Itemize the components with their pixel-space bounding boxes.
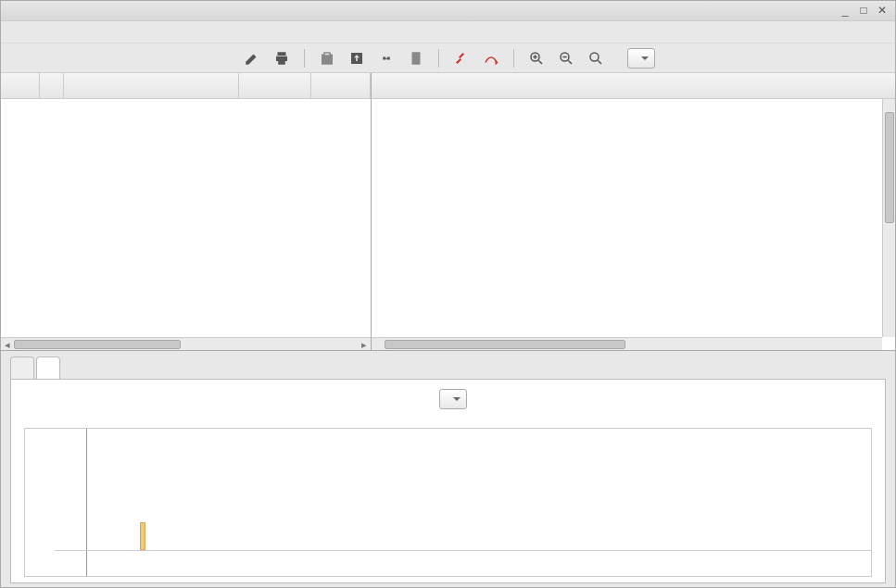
dates-combo[interactable] bbox=[627, 48, 655, 69]
link-icon[interactable] bbox=[375, 47, 398, 69]
grid-h-scrollbar[interactable]: ◂▸ bbox=[1, 337, 371, 350]
gantt-chart bbox=[372, 73, 895, 350]
tab-workload[interactable] bbox=[36, 357, 60, 379]
zoom-out-icon[interactable] bbox=[555, 47, 577, 69]
toolbar bbox=[1, 44, 895, 73]
svg-point-2 bbox=[590, 53, 599, 61]
col-resources[interactable] bbox=[239, 73, 311, 98]
close-button[interactable]: ✕ bbox=[875, 3, 890, 18]
gantt-v-scrollbar[interactable] bbox=[882, 99, 895, 337]
menubar bbox=[1, 21, 895, 44]
resource-combo[interactable] bbox=[439, 389, 467, 409]
zoom-in-icon[interactable] bbox=[525, 47, 548, 69]
col-number[interactable] bbox=[1, 73, 40, 98]
titlebar: _ □ ✕ bbox=[1, 1, 895, 21]
gantt-h-scrollbar[interactable] bbox=[372, 337, 882, 350]
import-icon[interactable] bbox=[346, 47, 368, 69]
edit-icon[interactable] bbox=[241, 47, 263, 69]
tab-schedule[interactable] bbox=[10, 357, 34, 379]
clipboard-icon[interactable] bbox=[316, 47, 338, 69]
minimize-button[interactable]: _ bbox=[838, 3, 852, 18]
zoom-fit-icon[interactable] bbox=[585, 47, 607, 69]
critical-path-icon[interactable] bbox=[450, 47, 473, 69]
maximize-button[interactable]: □ bbox=[856, 3, 871, 18]
col-toggle[interactable] bbox=[40, 73, 64, 98]
task-grid: ◂▸ bbox=[1, 73, 372, 350]
workload-ylabel bbox=[25, 429, 29, 576]
workload-chart bbox=[24, 428, 872, 577]
print-icon[interactable] bbox=[271, 47, 293, 69]
paste-icon[interactable] bbox=[405, 47, 427, 69]
dependencies-icon[interactable] bbox=[480, 47, 502, 69]
col-name[interactable] bbox=[64, 73, 239, 98]
col-duration[interactable] bbox=[311, 73, 371, 98]
